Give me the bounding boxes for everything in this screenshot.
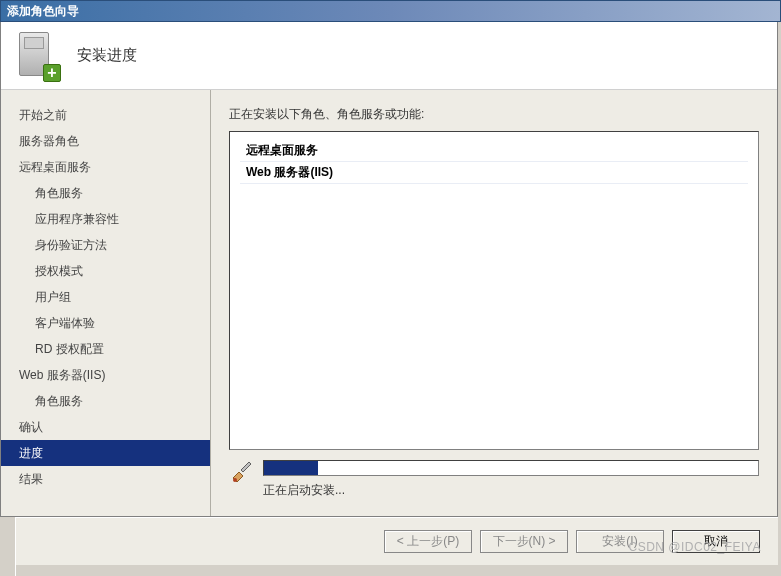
sidebar-step-10: Web 服务器(IIS) (1, 362, 210, 388)
progress-stack: 正在启动安装... (263, 460, 759, 499)
sidebar-step-8: 客户端体验 (1, 310, 210, 336)
sidebar-step-1: 服务器角色 (1, 128, 210, 154)
progress-status-text: 正在启动安装... (263, 482, 759, 499)
decorative-strip (0, 517, 16, 576)
sidebar-step-0: 开始之前 (1, 102, 210, 128)
sidebar-step-14: 结果 (1, 466, 210, 492)
watermark-text: CSDN @IDC02_FEIYA (629, 540, 762, 554)
window-title: 添加角色向导 (7, 3, 79, 20)
server-add-icon: + (17, 32, 59, 80)
page-title: 安装进度 (77, 46, 137, 65)
installer-icon (229, 460, 253, 484)
sidebar-step-4: 应用程序兼容性 (1, 206, 210, 232)
sidebar-step-2: 远程桌面服务 (1, 154, 210, 180)
sidebar-step-3: 角色服务 (1, 180, 210, 206)
install-description: 正在安装以下角色、角色服务或功能: (229, 106, 759, 123)
sidebar-step-12: 确认 (1, 414, 210, 440)
sidebar-step-5: 身份验证方法 (1, 232, 210, 258)
sidebar-step-11: 角色服务 (1, 388, 210, 414)
prev-button: < 上一步(P) (384, 530, 472, 553)
window-titlebar: 添加角色向导 (0, 0, 781, 22)
role-row-0: 远程桌面服务 (240, 140, 748, 162)
progress-area: 正在启动安装... (229, 460, 759, 506)
content-area: 开始之前服务器角色远程桌面服务角色服务应用程序兼容性身份验证方法授权模式用户组客… (1, 90, 777, 516)
roles-list-box: 远程桌面服务Web 服务器(IIS) (229, 131, 759, 450)
svg-point-0 (233, 478, 237, 482)
progress-fill (264, 461, 318, 475)
wizard-steps-sidebar: 开始之前服务器角色远程桌面服务角色服务应用程序兼容性身份验证方法授权模式用户组客… (1, 90, 211, 516)
sidebar-step-7: 用户组 (1, 284, 210, 310)
window-body: + 安装进度 开始之前服务器角色远程桌面服务角色服务应用程序兼容性身份验证方法授… (0, 22, 778, 517)
next-button: 下一步(N) > (480, 530, 568, 553)
sidebar-step-6: 授权模式 (1, 258, 210, 284)
sidebar-step-13: 进度 (1, 440, 210, 466)
sidebar-step-9: RD 授权配置 (1, 336, 210, 362)
progress-bar (263, 460, 759, 476)
wizard-header: + 安装进度 (1, 22, 777, 90)
role-row-1: Web 服务器(IIS) (240, 162, 748, 184)
main-panel: 正在安装以下角色、角色服务或功能: 远程桌面服务Web 服务器(IIS) 正在启… (211, 90, 777, 516)
